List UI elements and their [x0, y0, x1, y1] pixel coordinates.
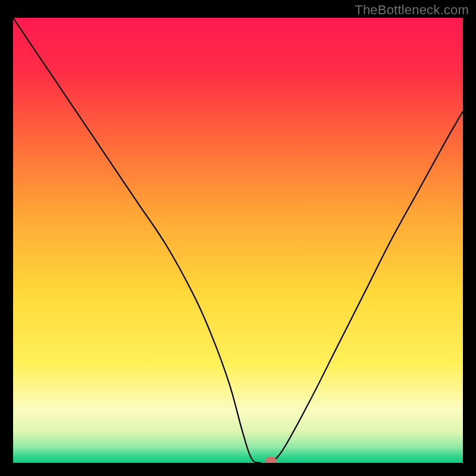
gradient-background — [13, 18, 463, 463]
bottleneck-chart-svg — [13, 18, 463, 463]
chart-frame: TheBottleneck.com — [0, 0, 476, 476]
plot-area — [13, 18, 463, 463]
watermark-text: TheBottleneck.com — [355, 2, 469, 18]
optimal-point-marker — [265, 458, 276, 464]
